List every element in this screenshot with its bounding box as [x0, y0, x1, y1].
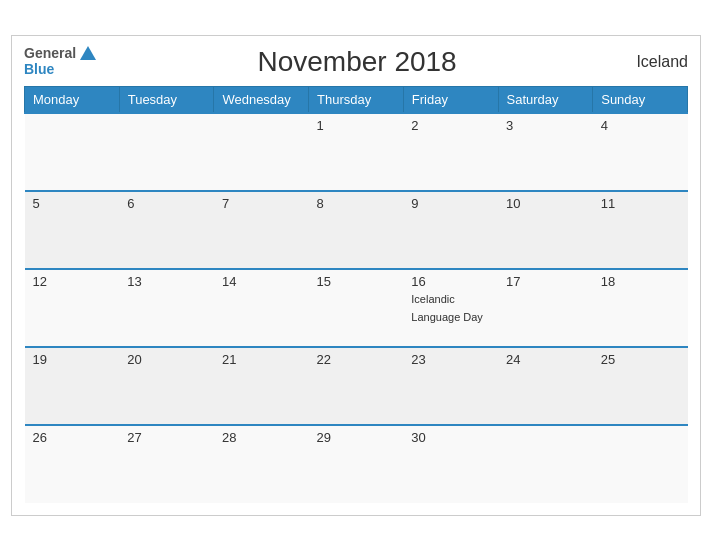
table-row: 30: [403, 425, 498, 503]
table-row: 29: [309, 425, 404, 503]
day-number: 17: [506, 274, 585, 289]
day-number: 1: [317, 118, 396, 133]
day-number: 20: [127, 352, 206, 367]
table-row: 27: [119, 425, 214, 503]
day-number: 9: [411, 196, 490, 211]
calendar-week-row: 1213141516Icelandic Language Day1718: [25, 269, 688, 347]
event-label: Icelandic Language Day: [411, 293, 483, 323]
calendar-week-row: 19202122232425: [25, 347, 688, 425]
table-row: 3: [498, 113, 593, 191]
header-sunday: Sunday: [593, 86, 688, 113]
header-friday: Friday: [403, 86, 498, 113]
country-label: Iceland: [618, 53, 688, 71]
table-row: 7: [214, 191, 309, 269]
table-row: [593, 425, 688, 503]
table-row: 25: [593, 347, 688, 425]
logo: General Blue: [24, 46, 96, 77]
day-number: 23: [411, 352, 490, 367]
day-number: 2: [411, 118, 490, 133]
calendar-week-row: 1234: [25, 113, 688, 191]
header-thursday: Thursday: [309, 86, 404, 113]
table-row: 9: [403, 191, 498, 269]
header-tuesday: Tuesday: [119, 86, 214, 113]
day-number: 30: [411, 430, 490, 445]
table-row: 28: [214, 425, 309, 503]
table-row: 12: [25, 269, 120, 347]
table-row: 1: [309, 113, 404, 191]
header-monday: Monday: [25, 86, 120, 113]
day-number: 15: [317, 274, 396, 289]
day-number: 22: [317, 352, 396, 367]
day-number: 3: [506, 118, 585, 133]
day-number: 11: [601, 196, 680, 211]
calendar-table: Monday Tuesday Wednesday Thursday Friday…: [24, 86, 688, 503]
table-row: [214, 113, 309, 191]
table-row: 2: [403, 113, 498, 191]
day-number: 16: [411, 274, 490, 289]
table-row: 10: [498, 191, 593, 269]
table-row: 22: [309, 347, 404, 425]
calendar-header: General Blue November 2018 Iceland: [24, 46, 688, 78]
table-row: 19: [25, 347, 120, 425]
table-row: 18: [593, 269, 688, 347]
calendar-container: General Blue November 2018 Iceland Monda…: [11, 35, 701, 516]
logo-triangle-icon: [80, 46, 96, 60]
table-row: 16Icelandic Language Day: [403, 269, 498, 347]
day-number: 26: [33, 430, 112, 445]
table-row: [498, 425, 593, 503]
day-number: 27: [127, 430, 206, 445]
table-row: 21: [214, 347, 309, 425]
logo-blue-text: Blue: [24, 62, 54, 77]
table-row: 4: [593, 113, 688, 191]
table-row: 17: [498, 269, 593, 347]
day-number: 25: [601, 352, 680, 367]
table-row: 23: [403, 347, 498, 425]
table-row: [119, 113, 214, 191]
table-row: 20: [119, 347, 214, 425]
day-number: 24: [506, 352, 585, 367]
day-number: 10: [506, 196, 585, 211]
table-row: 11: [593, 191, 688, 269]
day-number: 8: [317, 196, 396, 211]
table-row: 15: [309, 269, 404, 347]
logo-general-text: General: [24, 46, 76, 61]
header-saturday: Saturday: [498, 86, 593, 113]
day-number: 7: [222, 196, 301, 211]
day-number: 29: [317, 430, 396, 445]
day-number: 6: [127, 196, 206, 211]
table-row: 8: [309, 191, 404, 269]
table-row: 14: [214, 269, 309, 347]
weekday-header-row: Monday Tuesday Wednesday Thursday Friday…: [25, 86, 688, 113]
table-row: 26: [25, 425, 120, 503]
day-number: 21: [222, 352, 301, 367]
day-number: 19: [33, 352, 112, 367]
table-row: 6: [119, 191, 214, 269]
day-number: 4: [601, 118, 680, 133]
day-number: 5: [33, 196, 112, 211]
day-number: 18: [601, 274, 680, 289]
header-wednesday: Wednesday: [214, 86, 309, 113]
table-row: 13: [119, 269, 214, 347]
day-number: 14: [222, 274, 301, 289]
calendar-title: November 2018: [96, 46, 618, 78]
table-row: 5: [25, 191, 120, 269]
table-row: 24: [498, 347, 593, 425]
day-number: 28: [222, 430, 301, 445]
table-row: [25, 113, 120, 191]
day-number: 13: [127, 274, 206, 289]
day-number: 12: [33, 274, 112, 289]
calendar-week-row: 567891011: [25, 191, 688, 269]
calendar-week-row: 2627282930: [25, 425, 688, 503]
